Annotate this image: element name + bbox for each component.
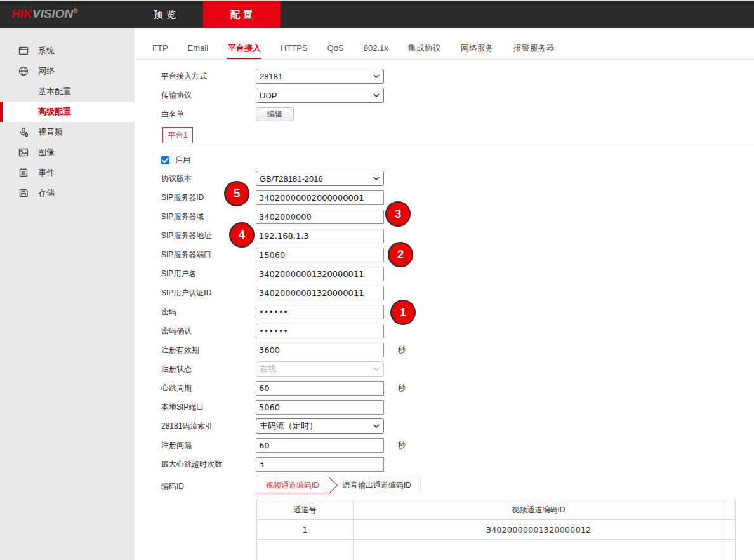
enable-label: 启用: [175, 155, 190, 166]
field-row-local-sip-port: 本地SIP端口: [161, 397, 605, 417]
field-row-register-interval: 注册间隔 秒: [161, 436, 605, 455]
unit-label: 秒: [398, 440, 406, 451]
unit-label: 秒: [398, 383, 406, 394]
field-label: 注册状态: [161, 364, 256, 375]
sidebar-item-advanced-config[interactable]: 高级配置: [0, 102, 135, 122]
field-label: 协议版本: [161, 173, 256, 184]
field-label: 本地SIP端口: [161, 402, 256, 413]
field-label: SIP服务器域: [161, 211, 256, 222]
sidebar-item-label: 高级配置: [38, 106, 71, 117]
col-channel-no: 通道号: [257, 500, 354, 520]
field-label: SIP服务器ID: [161, 192, 256, 203]
heartbeat-interval-input[interactable]: [256, 381, 384, 396]
field-row-whitelist: 白名单 编辑: [161, 105, 605, 124]
sidebar-item-label: 视音频: [38, 126, 63, 138]
tab-label: 视频通道编码ID: [266, 480, 319, 491]
tab-preview[interactable]: 预览: [126, 1, 203, 28]
max-heartbeat-timeout-input[interactable]: [256, 457, 384, 472]
sip-server-address-input[interactable]: [256, 229, 384, 243]
chevron-down-icon: [373, 177, 380, 180]
platform-tab-divider: [193, 143, 754, 143]
cell-channel-no[interactable]: 1: [257, 520, 354, 540]
cell-extra: [724, 540, 736, 560]
field-label: 注册有效期: [161, 345, 256, 356]
select-value: UDP: [260, 91, 277, 100]
register-interval-input[interactable]: [256, 438, 384, 453]
unit-label: 秒: [398, 345, 406, 356]
platform-access-mode-select[interactable]: 28181: [256, 69, 384, 84]
field-row-sip-server-domain: SIP服务器域: [161, 207, 605, 226]
cell-encode-id[interactable]: [354, 540, 724, 560]
field-row-sip-server-address: SIP服务器地址: [161, 226, 605, 245]
field-label: 密码: [161, 307, 256, 317]
register-validity-input[interactable]: [256, 343, 384, 357]
table-header-row: 通道号 视频通道编码ID: [257, 500, 736, 520]
tab-alarm-server[interactable]: 报警服务器: [513, 43, 555, 54]
password-input[interactable]: [256, 305, 384, 319]
tab-video-channel-encode-id[interactable]: 视频通道编码ID: [256, 477, 329, 493]
table-row[interactable]: [257, 540, 736, 560]
col-extra: [724, 500, 736, 520]
sidebar-item-basic-config[interactable]: 基本配置: [0, 81, 135, 102]
transport-protocol-select[interactable]: UDP: [256, 88, 384, 103]
sip-server-port-input[interactable]: [256, 248, 384, 262]
whitelist-edit-button[interactable]: 编辑: [256, 107, 294, 121]
sidebar-item-system[interactable]: 系统: [0, 41, 135, 61]
sidebar-item-storage[interactable]: 存储: [0, 183, 135, 203]
field-label: 心跳周期: [161, 383, 256, 394]
select-value: 28181: [260, 72, 282, 81]
field-row-heartbeat-interval: 心跳周期 秒: [161, 378, 605, 397]
field-label: 白名单: [161, 109, 256, 120]
field-row-register-validity: 注册有效期 秒: [161, 340, 605, 359]
tab-8021x[interactable]: 802.1x: [364, 43, 388, 53]
protocol-version-select[interactable]: GB/T28181-2016: [256, 171, 384, 186]
tab-audio-output-channel-encode-id[interactable]: 语音输出通道编码ID: [326, 477, 421, 493]
sidebar-item-audio-video[interactable]: 视音频: [0, 122, 135, 142]
enable-checkbox[interactable]: [161, 156, 169, 164]
table-row[interactable]: 1 34020000001320000012: [257, 520, 736, 540]
tab-platform-1[interactable]: 平台1: [162, 127, 193, 143]
tab-platform-access[interactable]: 平台接入: [228, 43, 261, 54]
cell-channel-no[interactable]: [257, 540, 354, 560]
select-value: 在线: [260, 363, 276, 375]
tab-qos[interactable]: QoS: [327, 43, 344, 53]
image-icon: [18, 147, 29, 158]
field-label: 注册间隔: [161, 440, 256, 451]
select-value: 主码流（定时）: [260, 420, 317, 432]
topbar: HIKVISION® 预览 配置: [0, 1, 754, 28]
tab-integration-protocol[interactable]: 集成协议: [408, 43, 441, 54]
cell-encode-id[interactable]: 34020000001320000012: [354, 520, 724, 540]
register-status-select: 在线: [256, 361, 384, 377]
field-row-protocol-version: 协议版本 GB/T28181-2016: [161, 169, 605, 188]
sip-server-id-input[interactable]: [256, 190, 384, 205]
field-label: 传输协议: [161, 90, 256, 101]
tab-ftp[interactable]: FTP: [152, 43, 168, 53]
stream-index-select[interactable]: 主码流（定时）: [256, 418, 384, 434]
tab-configuration[interactable]: 配置: [203, 1, 280, 28]
field-label: 编码ID: [161, 474, 256, 492]
sip-username-input[interactable]: [256, 267, 384, 281]
field-row-stream-index: 28181码流索引 主码流（定时）: [161, 417, 605, 436]
sidebar-item-network[interactable]: 网络: [0, 61, 135, 81]
sip-server-domain-input[interactable]: [256, 210, 384, 224]
tab-network-service[interactable]: 网络服务: [461, 43, 494, 54]
field-row-sip-server-id: SIP服务器ID: [161, 188, 605, 207]
field-label: 最大心跳超时次数: [161, 459, 256, 470]
system-icon: [18, 45, 29, 57]
sidebar-menu: 系统 网络 基本配置 高级配置 视音频: [0, 28, 135, 203]
tab-email[interactable]: Email: [188, 43, 209, 53]
sidebar-item-event[interactable]: 事件: [0, 163, 135, 183]
password-confirm-input[interactable]: [256, 324, 384, 338]
field-row-register-status: 注册状态 在线: [161, 359, 605, 378]
sidebar-item-image[interactable]: 图像: [0, 142, 135, 163]
encode-id-tabs: 视频通道编码ID 语音输出通道编码ID: [256, 474, 421, 493]
sip-auth-id-input[interactable]: [256, 286, 384, 300]
channel-encode-table: 通道号 视频通道编码ID 1 34020000001320000012: [256, 500, 736, 560]
sidebar-item-label: 事件: [38, 167, 55, 178]
local-sip-port-input[interactable]: [256, 400, 384, 415]
field-row-transport-protocol: 传输协议 UDP: [161, 86, 605, 105]
field-row-sip-username: SIP用户名: [161, 264, 605, 283]
sidebar-item-label: 基本配置: [38, 86, 71, 97]
tab-https[interactable]: HTTPS: [281, 43, 308, 53]
select-value: GB/T28181-2016: [260, 174, 323, 183]
